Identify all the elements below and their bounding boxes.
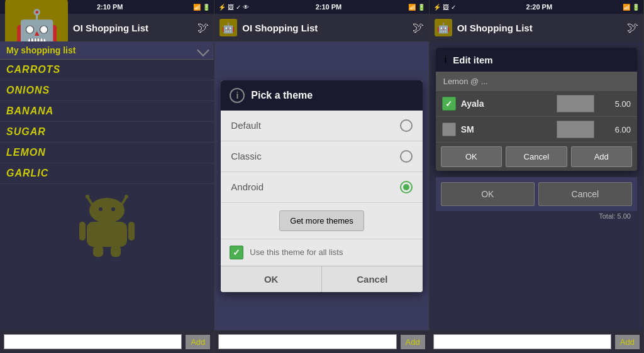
item-name: BANANA — [6, 106, 53, 116]
add-item-input[interactable] — [4, 334, 182, 349]
sm-name: SM — [461, 124, 552, 134]
item-name: GARLIC — [6, 168, 48, 178]
list-item[interactable]: SUGAR — [0, 122, 214, 143]
edit-ok-button[interactable]: OK — [441, 146, 502, 167]
edit-cancel-button[interactable]: Cancel — [506, 146, 567, 167]
svg-text:🤖: 🤖 — [222, 22, 235, 34]
store-row-sm: SM 6.00 — [436, 117, 637, 143]
sm-price: 6.00 — [599, 125, 631, 134]
dialog-cancel-button[interactable]: Cancel — [322, 266, 423, 292]
svg-point-5 — [125, 195, 128, 198]
panel-shopping-list: ⚡ ✓ 👁 2:10 PM 📶 🔋 🤖 OI Shopping List 🕊 M… — [0, 0, 214, 353]
app-logo-3: 🤖 — [435, 19, 452, 36]
total-bar: Total: 5.00 — [436, 211, 637, 221]
edit-item-name-bar: Lemon @ ... — [436, 72, 637, 91]
use-theme-checkbox[interactable] — [230, 246, 243, 259]
status-time-3: 2:20 PM — [526, 3, 553, 11]
svg-rect-9 — [87, 222, 127, 247]
status-icons-right-3: 📶 🔋 — [623, 4, 640, 11]
usb-icon-3: ⚡ — [433, 4, 441, 11]
list-item[interactable]: LEMON — [0, 143, 214, 163]
app-bar-3: 🤖 OI Shopping List 🕊 — [430, 14, 643, 41]
theme-dialog: i Pick a theme Default Classic Andr — [221, 80, 422, 292]
dialog-button-row: OK Cancel — [221, 266, 422, 292]
menu-icon-3[interactable]: 🕊 — [627, 21, 638, 35]
svg-point-8 — [111, 207, 115, 211]
eye-icon-2: 👁 — [243, 4, 249, 11]
menu-icon-2[interactable]: 🕊 — [413, 21, 424, 35]
bottom-bar-2: Add — [214, 330, 428, 353]
outer-cancel-button[interactable]: Cancel — [538, 182, 632, 206]
svg-rect-12 — [93, 246, 103, 257]
edit-add-button[interactable]: Add — [571, 146, 632, 167]
battery-icon: 🔋 — [203, 4, 210, 11]
add-item-input-3[interactable] — [433, 334, 611, 349]
app-bar-1: 🤖 OI Shopping List 🕊 — [0, 14, 214, 41]
theme-option-default[interactable]: Default — [221, 111, 422, 141]
ayala-price-input[interactable] — [557, 95, 594, 112]
svg-text:🤖: 🤖 — [437, 22, 450, 34]
app-bar-2: 🤖 OI Shopping List 🕊 — [214, 14, 428, 41]
svg-rect-13 — [111, 246, 121, 257]
radio-classic[interactable] — [400, 150, 413, 163]
battery-icon-3: 🔋 — [632, 4, 640, 11]
get-more-themes-button[interactable]: Get more themes — [279, 210, 364, 231]
dialog-ok-button[interactable]: OK — [221, 266, 322, 292]
item-name: CARROTS — [6, 64, 60, 75]
shopping-list-content: My shopping list CARROTS ONIONS BANANA S… — [0, 41, 214, 330]
battery-icon-2: 🔋 — [418, 4, 425, 11]
outer-ok-button[interactable]: OK — [441, 182, 535, 206]
add-button-2[interactable]: Add — [401, 335, 425, 349]
ayala-name: Ayala — [461, 99, 552, 109]
svg-rect-10 — [79, 222, 86, 241]
svg-rect-11 — [128, 222, 135, 241]
status-icons-left-3: ⚡ 🖼 ✓ — [433, 4, 456, 11]
img-icon: 🖼 — [228, 4, 234, 11]
theme-option-classic[interactable]: Classic — [221, 141, 422, 172]
status-time-2: 2:10 PM — [316, 3, 342, 11]
sm-checkbox[interactable] — [442, 122, 456, 136]
app-logo-2: 🤖 — [219, 19, 237, 36]
add-button-1[interactable]: Add — [186, 335, 210, 349]
status-icons-right: 📶 🔋 — [193, 4, 210, 11]
dialog-title-bar: i Pick a theme — [221, 80, 422, 111]
wifi-icon-2: 📶 — [408, 4, 416, 11]
list-header: My shopping list — [0, 41, 214, 60]
theme-name-default: Default — [231, 120, 261, 131]
checkbox-row: Use this theme for all lists — [221, 239, 422, 266]
item-name: ONIONS — [6, 85, 50, 95]
edit-dialog-title-text: Edit item — [453, 55, 492, 65]
get-more-themes-container: Get more themes — [221, 203, 422, 239]
img-icon-3: 🖼 — [443, 4, 449, 11]
item-name: LEMON — [6, 147, 46, 158]
theme-name-android: Android — [231, 182, 264, 192]
panel-edit-item: ⚡ 🖼 ✓ 2:20 PM 📶 🔋 🤖 OI Shopping List 🕊 i… — [430, 0, 644, 353]
scroll-indicator — [197, 44, 209, 57]
menu-icon-1[interactable]: 🕊 — [197, 21, 209, 35]
list-header-text: My shopping list — [6, 45, 75, 55]
ayala-checkbox[interactable] — [442, 97, 456, 111]
status-bar-2: ⚡ 🖼 ✓ 👁 2:10 PM 📶 🔋 — [214, 0, 428, 14]
edit-item-dialog: i Edit item Lemon @ ... Ayala 5.00 SM 6.… — [436, 48, 637, 171]
edit-dialog-title-bar: i Edit item — [436, 48, 637, 72]
theme-option-android[interactable]: Android — [221, 172, 422, 203]
edit-info-icon: i — [445, 54, 447, 65]
list-item[interactable]: GARLIC — [0, 163, 214, 184]
store-row-ayala: Ayala 5.00 — [436, 91, 637, 117]
radio-android[interactable] — [400, 181, 413, 193]
wifi-icon-3: 📶 — [623, 4, 630, 11]
item-name: SUGAR — [6, 126, 46, 137]
panel-theme-picker: ⚡ 🖼 ✓ 👁 2:10 PM 📶 🔋 🤖 OI Shopping List 🕊… — [214, 0, 429, 353]
theme-dialog-content: i Pick a theme Default Classic Andr — [214, 41, 428, 330]
add-button-3[interactable]: Add — [615, 335, 640, 349]
add-item-input-2[interactable] — [218, 334, 396, 349]
total-text: Total: 5.00 — [599, 212, 631, 220]
sm-price-input[interactable] — [557, 121, 594, 138]
list-item[interactable]: CARROTS — [0, 60, 214, 80]
check-icon-2: ✓ — [236, 4, 241, 11]
app-title-2: OI Shopping List — [242, 23, 407, 33]
radio-default[interactable] — [400, 119, 413, 132]
app-title-1: OI Shopping List — [73, 23, 192, 33]
list-item[interactable]: BANANA — [0, 101, 214, 122]
list-item[interactable]: ONIONS — [0, 80, 214, 101]
